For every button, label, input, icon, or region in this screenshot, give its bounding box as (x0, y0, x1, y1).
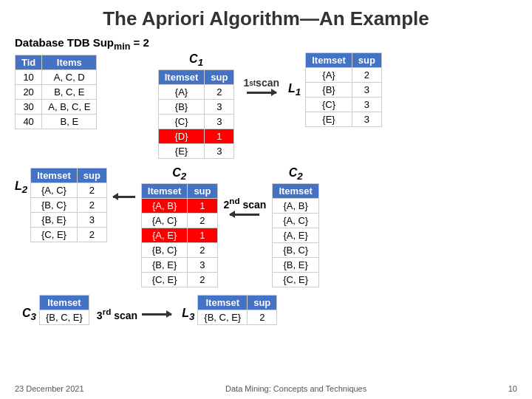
scan1-label: 1st scan (243, 77, 279, 89)
db-label: Database TDB (15, 36, 90, 49)
middle-row: L2 Itemset sup {A, C}2{B, C}2{B, E}3{C, … (15, 166, 517, 287)
bottom-row: C3 Itemset {B, C, E} 3rd scan (22, 293, 517, 325)
c2b-cell: {A, C} (273, 214, 319, 228)
c1-cell: {A} (158, 85, 205, 100)
c2-label2: C2 (289, 166, 303, 182)
c2-table2: Itemset {A, B}{A, C}{A, E}{B, C}{B, E}{C… (272, 183, 319, 287)
tdb-cell: 10 (16, 70, 42, 85)
l3-col-itemset: Itemset (198, 296, 248, 310)
c2a-cell: {B, C} (141, 243, 188, 258)
tdb-cell: 30 (16, 100, 42, 115)
l3-table: Itemset sup {B, C, E}2 (197, 295, 277, 325)
tdb-cell: A, B, C, E (42, 100, 97, 115)
l2-cell: {C, E} (31, 228, 78, 242)
page: The Apriori Algorithm—An Example Databas… (0, 0, 532, 399)
c2b-cell: {B, C} (273, 243, 319, 258)
l2-label: L2 (15, 180, 27, 195)
c2-label1: C2 (172, 166, 186, 182)
sup-label: Supmin = 2 (93, 36, 149, 52)
c3-table: Itemset {B, C, E} (39, 295, 89, 325)
c2b-cell: {A, B} (273, 199, 319, 214)
tdb-col-items: Items (42, 55, 97, 70)
c2b-cell: {C, E} (273, 273, 319, 287)
l1-cell: {B} (306, 83, 352, 98)
tdb-cell: A, C, D (42, 70, 97, 85)
l1-col-sup: sup (352, 53, 381, 68)
c1-cell: {B} (158, 100, 205, 115)
c2a-cell: {A, E} (141, 228, 188, 243)
c2a-col-itemset: Itemset (141, 184, 188, 199)
footer-page: 10 (508, 384, 517, 393)
c1-cell: 3 (205, 115, 234, 129)
l2-cell: 2 (77, 183, 106, 198)
l3-label: L3 (182, 307, 194, 322)
l2-table: Itemset sup {A, C}2{B, C}2{B, E}3{C, E}2 (30, 168, 107, 242)
tdb-table: Tid Items 10A, C, D20B, C, E30A, B, C, E… (15, 55, 97, 129)
l1-label: L1 (288, 82, 301, 98)
l2-cell: 3 (77, 213, 106, 228)
l1-table: Itemset sup {A}2{B}3{C}3{E}3 (305, 52, 382, 127)
l1-cell: {A} (306, 68, 352, 83)
content-area: Database TDB Supmin = 2 Tid Items 10A, C… (15, 36, 517, 325)
c1-cell: {E} (158, 144, 205, 159)
c1-label: C1 (189, 52, 203, 68)
c3-cell: {B, C, E} (39, 310, 89, 325)
db-section: Database TDB Supmin = 2 Tid Items 10A, C… (15, 36, 149, 129)
l2-cell: {A, C} (31, 183, 78, 198)
scan3-label: 3rd scan (97, 307, 137, 321)
c1-cell: {D} (158, 129, 205, 144)
c1-cell: 3 (205, 100, 234, 115)
c1-cell: 3 (205, 144, 234, 159)
page-title: The Apriori Algorithm—An Example (15, 7, 517, 30)
tdb-cell: 20 (16, 85, 42, 100)
footer: 23 December 2021 Data Mining: Concepts a… (15, 384, 517, 393)
tdb-cell: B, C, E (42, 85, 97, 100)
c2a-cell: {B, E} (141, 258, 188, 273)
c2a-cell: 1 (188, 199, 217, 214)
tdb-cell: 40 (16, 115, 42, 129)
c1-col-sup: sup (205, 70, 234, 85)
top-row: Database TDB Supmin = 2 Tid Items 10A, C… (15, 36, 517, 159)
c2a-cell: 2 (188, 214, 217, 228)
l1-cell: {C} (306, 98, 352, 112)
c2a-cell: {C, E} (141, 273, 188, 287)
scan2-label: 2nd scan (224, 196, 267, 211)
c2a-cell: 3 (188, 258, 217, 273)
c2b-cell: {A, E} (273, 228, 319, 243)
l1-cell: 3 (352, 98, 381, 112)
c1-cell: 1 (205, 129, 234, 144)
l3-cell: 2 (248, 310, 277, 325)
c2-table1: Itemset sup {A, B}1{A, C}2{A, E}1{B, C}2… (141, 183, 218, 287)
c2b-col-itemset: Itemset (273, 184, 319, 199)
l2-cell: 2 (77, 228, 106, 242)
l2-cell: {B, C} (31, 198, 78, 213)
c1-table: Itemset sup {A}2{B}3{C}3{D}1{E}3 (158, 69, 235, 159)
l2-cell: 2 (77, 198, 106, 213)
l1-col-itemset: Itemset (306, 53, 352, 68)
c2a-col-sup: sup (188, 184, 217, 199)
c2a-cell: 2 (188, 273, 217, 287)
l2-col-itemset: Itemset (31, 168, 78, 183)
c2a-cell: {A, C} (141, 214, 188, 228)
c1-cell: {C} (158, 115, 205, 129)
c2a-cell: 1 (188, 228, 217, 243)
c1-col-itemset: Itemset (158, 70, 205, 85)
l1-cell: 3 (352, 83, 381, 98)
footer-date: 23 December 2021 (15, 384, 84, 393)
footer-center: Data Mining: Concepts and Techniques (225, 384, 366, 393)
l2-cell: {B, E} (31, 213, 78, 228)
l2-col-sup: sup (77, 168, 106, 183)
c2a-cell: {A, B} (141, 199, 188, 214)
c1-cell: 2 (205, 85, 234, 100)
l3-col-sup: sup (248, 296, 277, 310)
c2a-cell: 2 (188, 243, 217, 258)
c3-col-itemset: Itemset (39, 296, 89, 310)
l1-cell: 3 (352, 112, 381, 127)
c2b-cell: {B, E} (273, 258, 319, 273)
l3-cell: {B, C, E} (198, 310, 248, 325)
c3-label: C3 (22, 307, 36, 322)
l1-cell: {E} (306, 112, 352, 127)
tdb-col-tid: Tid (16, 55, 42, 70)
tdb-cell: B, E (42, 115, 97, 129)
l1-cell: 2 (352, 68, 381, 83)
